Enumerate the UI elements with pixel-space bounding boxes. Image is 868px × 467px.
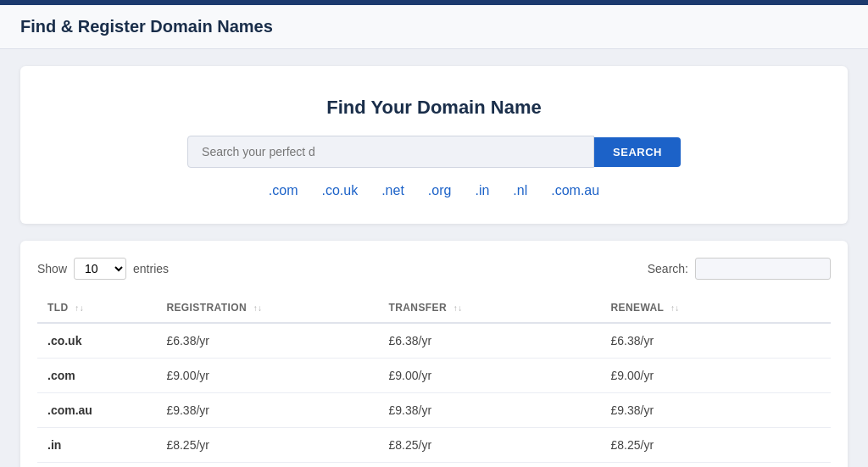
tld-link-com.au[interactable]: .com.au bbox=[551, 183, 599, 198]
table-search-area: Search: bbox=[648, 258, 831, 280]
search-label: Search: bbox=[648, 262, 688, 275]
col-header-registration[interactable]: REGISTRATION ↑↓ bbox=[156, 293, 378, 323]
table-search-input[interactable] bbox=[695, 258, 831, 280]
entries-select[interactable]: 10 25 50 100 bbox=[74, 258, 126, 280]
tld-link-co.uk[interactable]: .co.uk bbox=[321, 183, 358, 198]
page-header: Find & Register Domain Names bbox=[0, 5, 868, 49]
tld-links: .com.co.uk.net.org.in.nl.com.au bbox=[54, 183, 814, 198]
cell-registration: £8.25/yr bbox=[156, 428, 378, 463]
search-button[interactable]: SEARCH bbox=[594, 137, 681, 167]
cell-renewal: £6.38/yr bbox=[601, 323, 831, 359]
domains-table: TLD ↑↓ REGISTRATION ↑↓ TRANSFER ↑↓ RENEW… bbox=[37, 293, 831, 467]
search-card: Find Your Domain Name SEARCH .com.co.uk.… bbox=[20, 66, 848, 224]
table-row: .com£9.00/yr£9.00/yr£9.00/yr bbox=[37, 359, 831, 393]
show-entries: Show 10 25 50 100 entries bbox=[37, 258, 169, 280]
cell-transfer: £6.38/yr bbox=[378, 323, 600, 359]
tld-link-in[interactable]: .in bbox=[475, 183, 489, 198]
table-body: .co.uk£6.38/yr£6.38/yr£6.38/yr.com£9.00/… bbox=[37, 323, 831, 467]
cell-tld: .com.au bbox=[37, 393, 156, 428]
cell-tld: .net bbox=[37, 463, 156, 468]
page-title: Find & Register Domain Names bbox=[20, 17, 848, 36]
tld-link-com[interactable]: .com bbox=[269, 183, 298, 198]
table-header: TLD ↑↓ REGISTRATION ↑↓ TRANSFER ↑↓ RENEW… bbox=[37, 293, 831, 323]
cell-transfer: £11.25/yr bbox=[378, 463, 600, 468]
tld-link-nl[interactable]: .nl bbox=[513, 183, 527, 198]
sort-icon-registration: ↑↓ bbox=[253, 303, 263, 313]
cell-transfer: £8.25/yr bbox=[378, 428, 600, 463]
entries-label: entries bbox=[133, 262, 169, 275]
table-row: .in£8.25/yr£8.25/yr£8.25/yr bbox=[37, 428, 831, 463]
main-content: Find Your Domain Name SEARCH .com.co.uk.… bbox=[0, 49, 868, 467]
cell-registration: £9.38/yr bbox=[156, 393, 378, 428]
cell-transfer: £9.00/yr bbox=[378, 359, 600, 393]
cell-registration: £6.38/yr bbox=[156, 323, 378, 359]
search-row: SEARCH bbox=[54, 136, 814, 168]
table-controls: Show 10 25 50 100 entries Search: bbox=[37, 258, 831, 280]
col-header-transfer[interactable]: TRANSFER ↑↓ bbox=[378, 293, 600, 323]
cell-transfer: £9.38/yr bbox=[378, 393, 600, 428]
search-card-heading: Find Your Domain Name bbox=[54, 97, 814, 119]
domain-search-input[interactable] bbox=[187, 136, 594, 168]
cell-registration: £9.00/yr bbox=[156, 359, 378, 393]
tld-link-net[interactable]: .net bbox=[381, 183, 404, 198]
cell-renewal: £8.25/yr bbox=[601, 428, 831, 463]
cell-tld: .com bbox=[37, 359, 156, 393]
cell-registration: £11.25/yr bbox=[156, 463, 378, 468]
cell-tld: .in bbox=[37, 428, 156, 463]
sort-icon-transfer: ↑↓ bbox=[453, 303, 463, 313]
tld-link-org[interactable]: .org bbox=[428, 183, 452, 198]
show-label: Show bbox=[37, 262, 67, 275]
sort-icon-tld: ↑↓ bbox=[75, 303, 84, 313]
cell-renewal: £11.25/yr bbox=[601, 463, 831, 468]
col-header-renewal[interactable]: RENEWAL ↑↓ bbox=[601, 293, 831, 323]
cell-tld: .co.uk bbox=[37, 323, 156, 359]
table-card: Show 10 25 50 100 entries Search: TLD ↑↓ bbox=[20, 241, 848, 467]
table-row: .co.uk£6.38/yr£6.38/yr£6.38/yr bbox=[37, 323, 831, 359]
table-row: .com.au£9.38/yr£9.38/yr£9.38/yr bbox=[37, 393, 831, 428]
cell-renewal: £9.38/yr bbox=[601, 393, 831, 428]
table-row: .net£11.25/yr£11.25/yr£11.25/yr bbox=[37, 463, 831, 468]
sort-icon-renewal: ↑↓ bbox=[670, 303, 680, 313]
cell-renewal: £9.00/yr bbox=[601, 359, 831, 393]
col-header-tld[interactable]: TLD ↑↓ bbox=[37, 293, 156, 323]
